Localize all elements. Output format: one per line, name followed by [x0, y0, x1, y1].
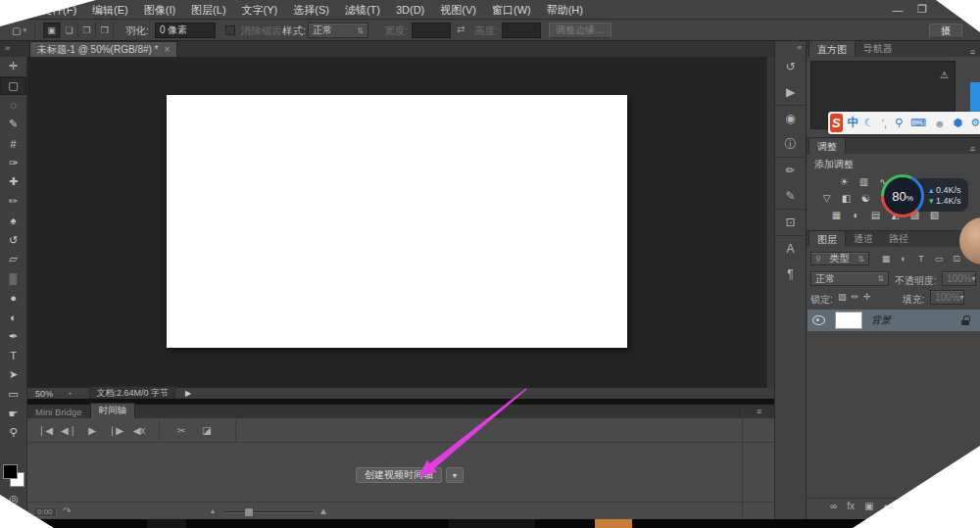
next-frame-icon[interactable]: ❘▶	[104, 420, 127, 440]
brush-tool[interactable]: ✏	[0, 192, 26, 212]
lasso-tool[interactable]: ◌	[0, 95, 26, 115]
timeline-zoom-slider-thumb[interactable]	[245, 508, 253, 516]
tab-histogram[interactable]: 直方图	[808, 40, 856, 57]
gradient-tool[interactable]: ▒	[0, 269, 26, 289]
ime-shape-mode-icon[interactable]: ☾	[864, 117, 874, 129]
toolbar-collapse-icon[interactable]: »	[5, 43, 10, 53]
link-layers-icon[interactable]: ∞	[830, 501, 837, 511]
filter-type-layers-icon[interactable]: T	[914, 252, 928, 265]
capture-button[interactable]: 摄	[929, 24, 962, 38]
layer-visibility-eye-icon[interactable]	[812, 315, 825, 325]
hand-tool[interactable]: ☛	[0, 404, 26, 423]
menu-layer[interactable]: 图层(L)	[183, 0, 233, 20]
menu-3d[interactable]: 3D(D)	[388, 0, 432, 20]
foreground-color-swatch[interactable]	[3, 464, 18, 479]
menu-window[interactable]: 窗口(W)	[484, 0, 539, 20]
filter-shape-layers-icon[interactable]: ▭	[932, 252, 946, 265]
adj-posterize-icon[interactable]: ▤	[867, 208, 884, 221]
panel-actions-icon[interactable]: ▶	[775, 79, 806, 105]
clone-stamp-tool[interactable]: ♠	[0, 212, 26, 231]
rectangular-marquee-tool[interactable]: ▢	[0, 76, 26, 96]
panel-character-icon[interactable]: A	[775, 235, 806, 262]
menu-select[interactable]: 选择(S)	[285, 0, 337, 20]
panel-paragraph-icon[interactable]: ¶	[775, 262, 806, 287]
menu-view[interactable]: 视图(V)	[432, 0, 484, 20]
eyedropper-tool[interactable]: ✑	[0, 153, 26, 172]
height-input[interactable]	[502, 23, 541, 38]
histogram-panel-menu-icon[interactable]: ≡	[970, 47, 980, 57]
tab-adjustments[interactable]: 调整	[808, 137, 846, 154]
create-video-timeline-button[interactable]: 创建视频时间轴	[356, 467, 442, 483]
history-brush-tool[interactable]: ↺	[0, 230, 26, 250]
ime-settings-icon[interactable]: ⚙	[970, 117, 980, 129]
render-video-icon[interactable]: ↷	[63, 505, 71, 516]
timeline-zoom-out-icon[interactable]: ▴	[211, 506, 215, 515]
lock-position-icon[interactable]: ✛	[863, 292, 871, 302]
ime-microphone-icon[interactable]: ⚲	[895, 117, 903, 129]
style-select[interactable]: 正常 ⇅	[308, 23, 368, 38]
vertical-scrollbar[interactable]	[766, 57, 774, 388]
restore-button[interactable]: ❐	[911, 2, 933, 17]
blur-tool[interactable]: ●	[0, 288, 26, 308]
add-to-selection-icon[interactable]: ❏	[61, 23, 78, 38]
pen-tool[interactable]: ✒	[0, 327, 26, 347]
width-input[interactable]	[412, 23, 451, 38]
blend-mode-select[interactable]: 正常 ⇅	[810, 271, 889, 286]
new-selection-icon[interactable]: ▣	[43, 23, 61, 38]
status-expand-icon[interactable]: ▶	[185, 389, 191, 398]
lock-transparency-icon[interactable]: ▨	[838, 292, 847, 302]
previous-frame-icon[interactable]: ◀❘	[57, 420, 80, 440]
timeline-dropdown-button[interactable]: ▼	[446, 467, 464, 483]
adj-brightness-contrast-icon[interactable]: ☀	[836, 174, 853, 188]
timeline-zoom-slider-track[interactable]	[223, 511, 314, 513]
layer-row-background[interactable]: 背景	[808, 310, 980, 331]
panel-info-icon[interactable]: ⓘ	[775, 131, 806, 157]
split-clip-icon[interactable]: ✂	[159, 420, 195, 440]
panel-history-icon[interactable]: ↺	[775, 54, 806, 79]
adj-invert-icon[interactable]: ◐	[848, 208, 864, 221]
panel-brush-icon[interactable]: ✏	[775, 157, 806, 183]
adj-color-lookup-icon[interactable]: ▦	[828, 208, 845, 221]
document-canvas[interactable]	[167, 95, 627, 348]
menu-edit[interactable]: 编辑(E)	[84, 0, 136, 20]
adj-levels-icon[interactable]: ▥	[856, 174, 872, 188]
antialias-checkbox[interactable]	[225, 25, 235, 35]
document-tab[interactable]: 未标题-1 @ 50%(RGB/8#) * ×	[29, 41, 177, 57]
new-adjustment-layer-icon[interactable]: ◐	[883, 501, 889, 511]
quick-selection-tool[interactable]: ✎	[0, 115, 26, 134]
tab-navigator[interactable]: 导航器	[856, 40, 901, 57]
play-icon[interactable]: ▶	[80, 420, 104, 440]
feather-input[interactable]: 0 像素	[155, 23, 216, 38]
taskbar-active-item[interactable]	[595, 519, 632, 528]
panel-clone-source-icon[interactable]: ⊡	[775, 209, 806, 235]
tab-timeline[interactable]: 时间轴	[90, 403, 136, 418]
menu-help[interactable]: 帮助(H)	[539, 0, 591, 20]
audio-mute-icon[interactable]: ◀x	[127, 420, 151, 440]
tab-layers[interactable]: 图层	[808, 230, 846, 247]
ime-keyboard-icon[interactable]: ⌨	[910, 117, 926, 129]
menu-filter[interactable]: 滤镜(T)	[337, 0, 388, 20]
opacity-select[interactable]: 100% ▾	[942, 271, 976, 286]
swap-dimensions-icon[interactable]: ⇄	[457, 24, 465, 34]
lock-pixels-icon[interactable]: ✏	[852, 292, 859, 302]
first-frame-icon[interactable]: ❘◀	[33, 420, 57, 440]
tab-mini-bridge[interactable]: Mini Bridge	[27, 406, 90, 418]
zoom-tool[interactable]: ⚲	[0, 423, 26, 443]
ime-punctuation-icon[interactable]: ’,	[881, 118, 887, 129]
ime-logo[interactable]: S	[830, 114, 843, 132]
filter-pixel-layers-icon[interactable]: ▦	[879, 252, 893, 265]
eraser-tool[interactable]: ▱	[0, 250, 26, 269]
ime-mode-toggle[interactable]: 中	[848, 115, 859, 131]
ime-wardrobe-icon[interactable]: ⬢	[954, 117, 963, 129]
type-tool[interactable]: T	[0, 346, 26, 365]
timeline-zoom-in-icon[interactable]: ▲	[318, 505, 328, 516]
intersect-selection-icon[interactable]: ❒	[96, 23, 114, 38]
transition-icon[interactable]: ◪	[195, 420, 219, 440]
adj-color-balance-icon[interactable]: ☯	[858, 191, 874, 205]
move-tool[interactable]: ✛	[0, 57, 26, 76]
crop-tool[interactable]: #	[0, 134, 26, 154]
refine-edge-button[interactable]: 调整边缘…	[549, 23, 612, 38]
spot-healing-brush-tool[interactable]: ✚	[0, 172, 26, 192]
menu-image[interactable]: 图像(I)	[136, 0, 183, 20]
filter-smart-objects-icon[interactable]: ⊡	[950, 252, 963, 265]
